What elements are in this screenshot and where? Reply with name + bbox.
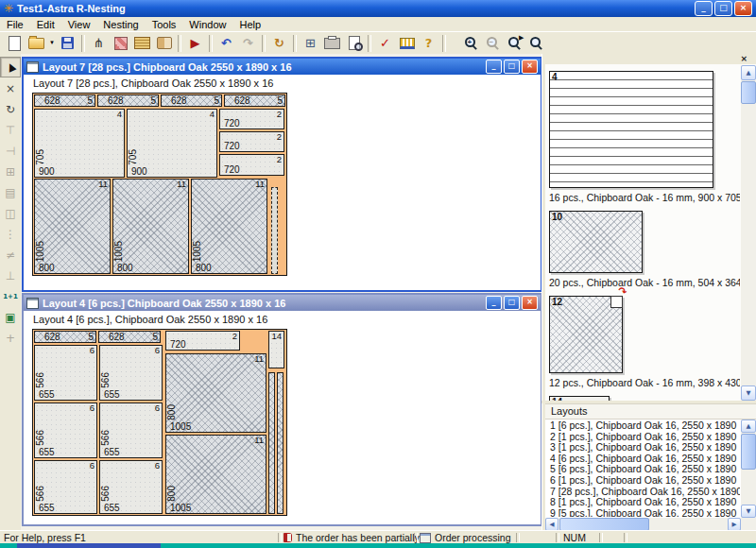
zoom-sheet-button[interactable] <box>525 33 547 53</box>
save-order-button[interactable] <box>57 33 78 53</box>
layout-list-item[interactable]: 2 [1 pcs.], Chipboard Oak 16, 2550 x 189… <box>547 431 740 442</box>
window-layout-button[interactable]: ⊞ <box>300 33 321 53</box>
menu-help[interactable]: Help <box>232 19 267 30</box>
layout-window-4-titlebar[interactable]: Layout 4 [6 pcs.] Chipboard Oak 2550 x 1… <box>24 295 541 311</box>
child-minimize-button[interactable]: _ <box>486 296 502 310</box>
layout-part[interactable]: 6655566 <box>34 345 97 401</box>
parts-scrollbar[interactable]: ▲ ▼ <box>741 65 756 401</box>
layout-part[interactable]: 2720 <box>219 131 284 152</box>
layout-part[interactable]: 6655566 <box>99 460 163 514</box>
recalculate-button[interactable]: ↻ <box>268 33 290 53</box>
select-tool[interactable]: ▶ <box>0 57 21 77</box>
scroll-right-button[interactable]: ▶ <box>728 518 741 531</box>
child-minimize-button[interactable]: _ <box>486 60 502 74</box>
part-thumbnail[interactable]: 10 <box>549 211 643 273</box>
materials-button[interactable] <box>131 33 153 53</box>
layout-part[interactable]: 118001005 <box>191 179 267 274</box>
help-button[interactable]: ? <box>418 33 439 53</box>
layout-part[interactable]: 111005800 <box>165 353 266 433</box>
layout-part[interactable]: 2720 <box>219 154 284 176</box>
layout-list-item[interactable]: 8 [1 pcs.], Chipboard Oak 16, 2550 x 189… <box>547 496 740 507</box>
panel-close-icon[interactable]: × <box>740 54 747 63</box>
child-close-button[interactable]: × <box>522 296 538 310</box>
parts-editor-button[interactable]: ⋔ <box>88 33 110 53</box>
layout-part[interactable]: 6655566 <box>99 345 163 401</box>
layout-part[interactable]: 118001005 <box>34 179 111 274</box>
scroll-left-button[interactable]: ◀ <box>545 518 558 531</box>
print-preview-button[interactable] <box>343 33 365 53</box>
layout-list-item[interactable]: 4 [6 pcs.], Chipboard Oak 16, 2550 x 189… <box>547 453 740 464</box>
layout-part[interactable] <box>268 372 275 514</box>
scroll-down-button[interactable]: ▼ <box>741 505 756 518</box>
duplicate-layout-tool[interactable]: 1+1 <box>1 287 20 306</box>
layout-window-7-titlebar[interactable]: Layout 7 [28 pcs.] Chipboard Oak 2550 x … <box>24 59 541 75</box>
child-maximize-button[interactable]: □ <box>504 60 520 74</box>
restore-button[interactable]: □ <box>714 1 732 16</box>
layout-list-item[interactable]: 7 [28 pcs.], Chipboard Oak 16, 2550 x 18… <box>547 486 740 497</box>
layout-part[interactable]: 2720 <box>165 331 240 351</box>
scroll-thumb[interactable] <box>741 434 756 470</box>
minimize-button[interactable]: _ <box>695 1 713 16</box>
rotate-part-tool[interactable]: ↻ <box>1 100 20 119</box>
menu-nesting[interactable]: Nesting <box>96 19 145 30</box>
print-button[interactable] <box>321 33 343 53</box>
order-book-button[interactable] <box>153 33 175 53</box>
new-order-button[interactable] <box>4 33 26 53</box>
layouts-vscrollbar[interactable]: ▲ ▼ <box>741 420 756 518</box>
layout-list-item[interactable]: 3 [1 pcs.], Chipboard Oak 16, 2550 x 189… <box>547 441 740 453</box>
saw-settings-button[interactable] <box>396 33 418 53</box>
zoom-dynamic-button[interactable]: ▶ <box>504 33 525 53</box>
scroll-thumb[interactable] <box>559 518 649 531</box>
layout-part[interactable] <box>277 372 284 514</box>
child-close-button[interactable]: × <box>522 60 538 74</box>
layout-part[interactable]: 2720 <box>219 109 284 129</box>
part-thumbnail[interactable]: 12↷ <box>549 296 623 373</box>
layout-list-item[interactable]: 1 [6 pcs.], Chipboard Oak 16, 2550 x 189… <box>547 420 740 431</box>
layout-part[interactable]: 111005800 <box>165 435 266 514</box>
scroll-down-button[interactable]: ▼ <box>741 385 756 401</box>
layout-part[interactable]: 14 <box>268 331 284 368</box>
cutting-sheet-7[interactable]: 6285628562856285490070549007052720272027… <box>32 93 287 276</box>
menu-view[interactable]: View <box>61 19 97 30</box>
distribute-tool: ▤ <box>1 183 20 202</box>
layout-part[interactable]: 6285 <box>161 94 222 107</box>
title-bar[interactable]: ✳ Test1-Astra R-Nesting _ □ × <box>0 0 756 17</box>
layout-part[interactable]: 4900705 <box>127 109 217 178</box>
layout-part[interactable]: 6285 <box>97 94 159 107</box>
scroll-up-button[interactable]: ▲ <box>741 420 756 433</box>
layout-part[interactable]: 4900705 <box>34 109 125 178</box>
layout-list-item[interactable]: 6 [1 pcs.], Chipboard Oak 16, 2550 x 189… <box>547 474 740 486</box>
layout-part[interactable]: 118001005 <box>112 179 189 274</box>
scroll-thumb[interactable] <box>741 81 756 104</box>
layout-list-item[interactable]: 5 [6 pcs.], Chipboard Oak 16, 2550 x 189… <box>547 463 740 474</box>
verify-order-button[interactable]: ✓ <box>374 33 396 53</box>
layout-part[interactable]: 6285 <box>34 331 96 343</box>
undo-button[interactable]: ↶ <box>215 33 237 53</box>
child-maximize-button[interactable]: □ <box>504 296 520 310</box>
scroll-up-button[interactable]: ▲ <box>741 65 756 80</box>
layout-part[interactable]: 6285 <box>224 94 285 107</box>
menu-file[interactable]: File <box>0 19 30 30</box>
cutting-sheet-4[interactable]: 6285628566555666655566665556666555666655… <box>32 329 287 516</box>
menu-edit[interactable]: Edit <box>30 19 61 30</box>
layout-part[interactable]: 6285 <box>34 94 95 107</box>
layout-list-item[interactable]: 9 [5 pcs.], Chipboard Oak 16, 2550 x 189… <box>547 507 740 517</box>
fill-sheet-tool[interactable]: ▣ <box>1 308 20 327</box>
layout-part[interactable]: 6655566 <box>34 460 97 514</box>
zoom-in-button[interactable]: + <box>460 33 482 53</box>
open-order-dropdown[interactable]: ▾ <box>47 33 57 53</box>
layout-part[interactable] <box>271 187 278 274</box>
run-nesting-button[interactable]: ▶ <box>184 33 206 53</box>
layout-part[interactable]: 6285 <box>98 331 161 343</box>
part-thumbnail[interactable]: 14 <box>549 396 610 401</box>
close-button[interactable]: × <box>734 1 752 16</box>
delete-part-tool[interactable]: × <box>1 79 20 98</box>
menu-tools[interactable]: Tools <box>146 19 183 30</box>
menu-window[interactable]: Window <box>182 19 232 30</box>
layout-part[interactable]: 6655566 <box>99 402 163 458</box>
layouts-hscrollbar[interactable]: ◀ ▶ <box>545 518 741 531</box>
layout-part[interactable]: 6655566 <box>34 402 97 458</box>
parts-list-button[interactable] <box>110 33 131 53</box>
open-order-button[interactable] <box>26 33 47 53</box>
part-thumbnail[interactable]: 4 <box>549 71 713 188</box>
